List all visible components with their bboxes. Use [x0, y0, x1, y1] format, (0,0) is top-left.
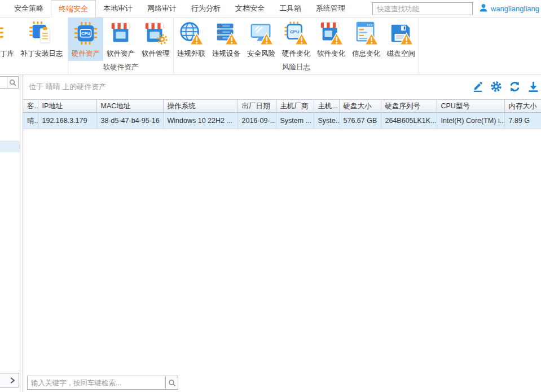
ribbon-item-illegal-outreach[interactable]: 违规外联	[174, 17, 209, 61]
ribbon-item-hardware-change[interactable]: CPU 硬件变化	[279, 17, 314, 61]
cell-mac: 38-d5-47-b4-95-16	[96, 113, 163, 129]
ribbon-group-assets: CPU 硬件资产 软件资产	[68, 17, 174, 74]
hardware-asset-icon: CPU	[73, 20, 99, 48]
ribbon-item-patch-install-log[interactable]: 补丁安装日志	[16, 17, 68, 61]
ribbon-item-label: 磁盘空间	[387, 49, 415, 59]
software-asset-icon	[108, 20, 134, 48]
tree-selected-item[interactable]	[0, 140, 20, 152]
refresh-button[interactable]	[509, 81, 521, 93]
ribbon-item-hardware-asset[interactable]: CPU 硬件资产	[68, 17, 103, 61]
ribbon-item-label: 软件资产	[107, 49, 135, 59]
cell-memory-size: 7.89 G	[504, 113, 541, 129]
hardware-change-icon: CPU	[283, 20, 309, 48]
cell-client: 晴..	[23, 113, 38, 129]
cell-disk-size: 576.67 GB	[339, 113, 381, 129]
tab-endpoint-security[interactable]: 终端安全	[51, 0, 96, 17]
ribbon-toolbar: 丁库 补丁安装日志	[0, 17, 541, 74]
keyword-search	[27, 376, 178, 390]
col-header-memory-size[interactable]: 内存大小	[504, 100, 541, 113]
ribbon-item-label: 硬件资产	[72, 49, 100, 59]
ribbon-item-software-asset[interactable]: 软件资产	[103, 17, 138, 61]
tab-network-audit[interactable]: 网络审计	[140, 0, 184, 17]
hardware-asset-table: 客.. IP地址 MAC地址 操作系统 出厂日期 主机厂商 主机... 硬盘大小…	[23, 99, 541, 129]
hardware-asset-panel: 位于 晴晴 上的硬件资产	[23, 74, 541, 392]
patch-library-icon	[0, 20, 16, 48]
quick-search-input[interactable]	[372, 2, 473, 15]
tab-toolbox[interactable]: 工具箱	[272, 0, 309, 17]
ribbon-item-software-change[interactable]: 软件变化	[314, 17, 349, 61]
panel-header: 位于 晴晴 上的硬件资产	[23, 74, 541, 99]
ribbon-item-label: 硬件变化	[282, 49, 310, 59]
col-header-client[interactable]: 客..	[23, 100, 38, 113]
ribbon-item-label: 软件变化	[317, 49, 345, 59]
software-change-icon	[318, 20, 344, 48]
panel-title: 位于 晴晴 上的硬件资产	[29, 82, 106, 92]
tab-security-policy[interactable]: 安全策略	[7, 0, 51, 17]
col-header-os[interactable]: 操作系统	[163, 100, 237, 113]
sidebar-search-button[interactable]	[7, 76, 19, 89]
sidebar-expand-toggle[interactable]	[0, 373, 19, 387]
col-header-disk-serial[interactable]: 硬盘序列号	[381, 100, 437, 113]
sidebar-search	[0, 76, 19, 89]
edit-button[interactable]	[472, 81, 483, 93]
ribbon-group-label	[0, 61, 68, 74]
tab-system-management[interactable]: 系统管理	[309, 0, 353, 17]
col-header-host-vendor[interactable]: 主机厂商	[276, 100, 314, 113]
main-area: 位于 晴晴 上的硬件资产	[0, 74, 541, 392]
info-change-icon	[353, 20, 379, 48]
disk-space-icon	[388, 20, 414, 48]
col-header-host[interactable]: 主机...	[314, 100, 339, 113]
ribbon-item-label: 违规设备	[212, 49, 240, 59]
chevron-right-icon	[10, 377, 16, 386]
software-manage-icon	[143, 20, 169, 48]
cell-cpu-model: Intel(R) Core(TM) i...	[437, 113, 504, 129]
ribbon-item-label: 丁库	[0, 49, 14, 59]
ribbon-group-patch: 丁库 补丁安装日志	[0, 17, 68, 74]
ribbon-item-patch-library[interactable]: 丁库	[0, 17, 16, 61]
illegal-outreach-icon	[178, 20, 204, 48]
table-header-row: 客.. IP地址 MAC地址 操作系统 出厂日期 主机厂商 主机... 硬盘大小…	[23, 100, 541, 113]
col-header-mfg-date[interactable]: 出厂日期	[237, 100, 276, 113]
keyword-search-button[interactable]	[165, 376, 178, 389]
ribbon-item-software-manage[interactable]: 软件管理	[138, 17, 173, 61]
tab-behavior-analysis[interactable]: 行为分析	[184, 0, 228, 17]
ribbon-group-risk: 违规外联 违规设备	[174, 17, 419, 74]
svg-text:CPU: CPU	[290, 29, 300, 34]
ribbon-item-label: 安全风险	[247, 49, 275, 59]
ribbon-item-disk-space[interactable]: 磁盘空间	[384, 17, 419, 61]
ribbon-item-info-change[interactable]: 信息变化	[349, 17, 384, 61]
ribbon-item-security-risk[interactable]: 安全风险	[244, 17, 279, 61]
top-menu-bar: 安全策略 终端安全 本地审计 网络审计 行为分析 文档安全 工具箱 系统管理 w…	[0, 0, 541, 17]
ribbon-item-label: 违规外联	[177, 49, 205, 59]
cell-os: Windows 10 22H2 ...	[163, 113, 237, 129]
illegal-device-icon	[213, 20, 239, 48]
device-tree-sidebar	[0, 74, 20, 392]
cell-mfg-date: 2016-09-...	[237, 113, 276, 129]
settings-gear-button[interactable]	[490, 81, 502, 93]
ribbon-group-label: 软硬件资产	[68, 61, 173, 74]
ribbon-item-label: 软件管理	[142, 49, 170, 59]
cell-host: Syste...	[314, 113, 339, 129]
security-risk-icon	[248, 20, 274, 48]
col-header-cpu-model[interactable]: CPU型号	[437, 100, 504, 113]
cell-host-vendor: System ...	[276, 113, 314, 129]
ribbon-item-illegal-device[interactable]: 违规设备	[209, 17, 244, 61]
panel-actions	[472, 81, 539, 93]
username-label: wangliangliang	[491, 5, 539, 13]
tab-local-audit[interactable]: 本地审计	[96, 0, 140, 17]
ribbon-group-label: 风险日志	[174, 61, 419, 74]
svg-text:CPU: CPU	[81, 31, 91, 36]
table-row[interactable]: 晴.. 192.168.3.179 38-d5-47-b4-95-16 Wind…	[23, 113, 541, 129]
tab-document-security[interactable]: 文档安全	[228, 0, 272, 17]
ribbon-item-label: 信息变化	[352, 49, 380, 59]
sidebar-search-input[interactable]	[0, 76, 7, 89]
keyword-search-input[interactable]	[28, 376, 165, 389]
patch-install-log-icon	[29, 20, 55, 48]
cell-disk-serial: 264B605LK1K...	[381, 113, 437, 129]
col-header-disk-size[interactable]: 硬盘大小	[339, 100, 381, 113]
export-download-button[interactable]	[527, 81, 539, 93]
col-header-mac[interactable]: MAC地址	[96, 100, 163, 113]
col-header-ip[interactable]: IP地址	[38, 100, 96, 113]
ribbon-item-label: 补丁安装日志	[21, 49, 63, 59]
user-account[interactable]: wangliangliang	[479, 3, 539, 14]
